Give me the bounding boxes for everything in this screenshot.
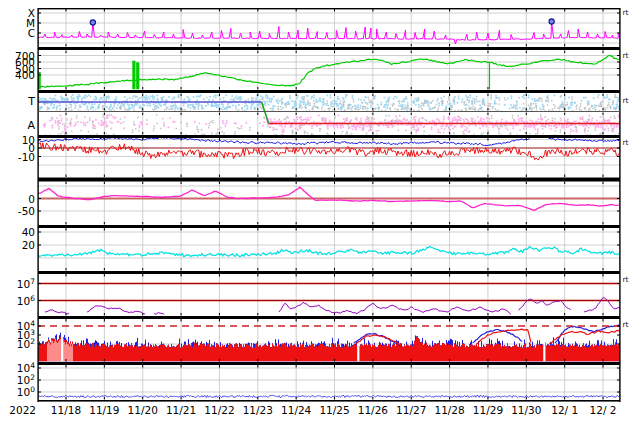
x-tick-label: 11/21 [166,404,196,416]
x-tick-label: 11/29 [473,404,503,416]
speed-data-bar [136,62,139,89]
space-weather-overview-figure: XMC700600500400100-100-50402010710610410… [0,0,634,424]
x-tick-label: 11/18 [51,404,81,416]
x-tick-label: 11/20 [128,404,158,416]
x-tick-label: 11/24 [281,404,312,416]
flare-event-marker [90,20,95,25]
y-tick-label-dst: 0 [28,193,35,205]
x-tick-label: 12/ 1 [551,404,578,416]
x-tick-label: 11/27 [396,404,426,416]
x-tick-label: 11/22 [204,404,234,416]
y-tick-label-dst: -50 [18,205,35,217]
rt-flag-t_track: rt [623,96,629,105]
y-tick-label-xray: C [28,27,35,39]
x-tick-label: 11/30 [511,404,541,416]
x-tick-label: 11/23 [243,404,273,416]
x-tick-label: 11/19 [89,404,119,416]
x-axis-year-label: 2022 [9,404,36,416]
flare-event-marker [549,19,554,24]
rt-flag-proton: rt [623,320,629,329]
y-tick-label-t: T [27,95,35,108]
x-tick-label: 11/25 [319,404,349,416]
x-tick-label: 12/ 2 [590,404,617,416]
x-tick-label: 11/28 [434,404,464,416]
y-tick-label-bfield: -10 [18,151,35,163]
rt-flag-electron: rt [623,275,629,284]
rt-flag-xray: rt [623,8,629,17]
y-tick-label-a: A [27,119,35,132]
speed-data-bar [132,61,135,90]
rt-flag-speed: rt [623,51,629,60]
y-tick-label-density: 40 [22,226,35,238]
y-tick-label-density: 20 [22,239,35,251]
rt-flag-bfield: rt [623,138,629,147]
plot-canvas: XMC700600500400100-100-50402010710610410… [0,0,634,424]
y-tick-label-speed: 400 [15,69,35,81]
x-tick-label: 11/26 [358,404,389,416]
